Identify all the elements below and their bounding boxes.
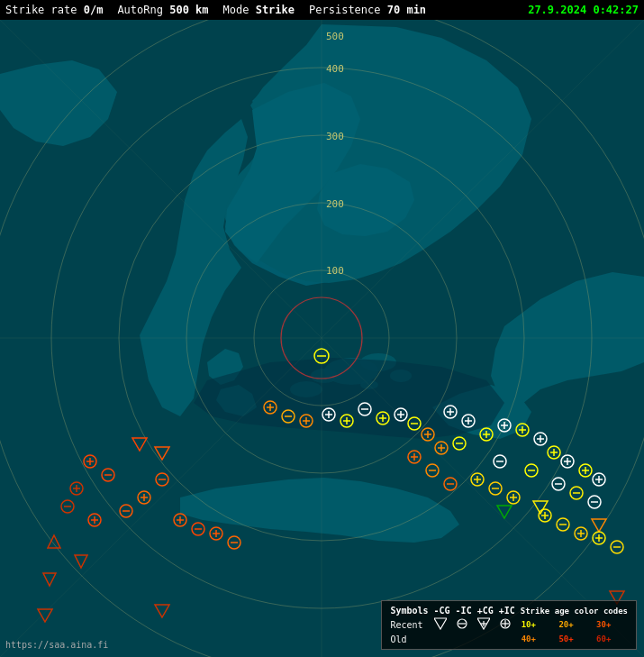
legend-recent-label: Recent xyxy=(387,616,431,633)
age-20-label: 20+ xyxy=(558,619,575,630)
age-50-label: 50+ xyxy=(558,634,575,644)
mode: Mode Strike xyxy=(223,4,295,16)
svg-text:400: 400 xyxy=(326,63,344,75)
strike-rate: Strike rate 0/m xyxy=(5,4,103,16)
header-bar: Strike rate 0/m AutoRng 500 km Mode Stri… xyxy=(0,0,644,20)
legend: Symbols -CG -IC +CG +IC Strike age color… xyxy=(381,600,637,650)
svg-text:200: 200 xyxy=(326,198,344,210)
persistence: Persistence 70 min xyxy=(309,4,426,16)
legend-neg-ic-recent xyxy=(453,616,475,633)
url-label: https://saa.aina.fi xyxy=(5,640,108,650)
svg-text:100: 100 xyxy=(326,265,344,277)
legend-pos-ic-recent xyxy=(496,616,518,633)
datetime-display: 27.9.2024 0:42:27 xyxy=(528,4,639,16)
legend-age-label: Strike age color codes xyxy=(518,605,630,616)
age-10-label: 10+ xyxy=(521,619,537,630)
legend-neg-cg-label: -CG xyxy=(431,605,453,616)
map-svg: 100 200 300 400 500 xyxy=(0,20,644,657)
legend-old-label: Old xyxy=(387,633,431,645)
svg-marker-168 xyxy=(434,618,447,629)
legend-pos-ic-label: +IC xyxy=(496,605,518,616)
map-container: 100 200 300 400 500 xyxy=(0,20,644,657)
age-40-label: 40+ xyxy=(521,634,537,644)
legend-neg-ic-label: -IC xyxy=(453,605,475,616)
legend-symbols-label: Symbols xyxy=(387,605,431,616)
legend-pos-cg-label: +CG xyxy=(475,605,496,616)
legend-neg-cg-recent xyxy=(431,616,453,633)
svg-text:500: 500 xyxy=(326,31,344,42)
age-30-label: 30+ xyxy=(595,619,612,630)
age-60-label: 60+ xyxy=(595,634,612,644)
legend-pos-cg-recent xyxy=(475,616,496,633)
svg-text:300: 300 xyxy=(326,131,344,142)
auto-range: AutoRng 500 km xyxy=(117,4,208,16)
